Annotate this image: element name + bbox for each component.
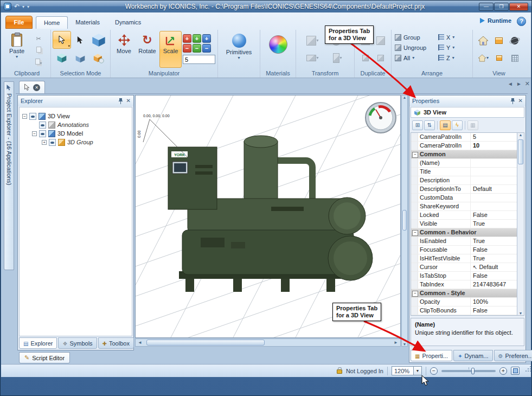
property-value[interactable]: False [471,306,517,315]
z-plus-button[interactable]: + [202,34,211,43]
qat-customize-icon[interactable]: ▾ [27,4,29,9]
property-value[interactable]: 2147483647 [471,280,517,289]
property-row[interactable]: DescriptionInTo Default [411,185,517,194]
property-row[interactable]: Common - Style [411,289,517,298]
document-tab[interactable]: ✕ [19,81,45,93]
select-tool-button[interactable]: ▾ [53,31,71,49]
property-row[interactable]: ClipToBounds False [411,306,517,315]
viewport-3d[interactable]: YORK [135,95,401,338]
property-row[interactable]: Title [411,168,517,176]
property-row[interactable]: CameraPatrolIn 10 [411,142,517,150]
property-row[interactable]: Common - Behavior [411,228,517,237]
move-button[interactable]: Move [113,31,135,68]
align-x-button[interactable]: X▾ [438,32,469,42]
transform-revolve-button[interactable]: ▾ [300,49,325,67]
manipulator-step-input[interactable] [183,55,215,64]
property-value[interactable] [471,194,517,202]
scroll-down-icon[interactable]: ▼ [402,342,407,346]
y-plus-button[interactable]: + [193,34,201,43]
pin-icon[interactable] [510,98,515,104]
property-value[interactable] [471,159,517,167]
property-value[interactable] [471,168,517,176]
z-minus-button[interactable]: − [202,44,211,53]
categorized-button[interactable]: ⊞ [412,120,423,130]
property-grid-scrollbar[interactable]: ▲ ▼ [517,133,524,315]
property-row[interactable]: ShareKeyword [411,202,517,211]
property-row[interactable]: Cursor Default [411,263,517,272]
property-row[interactable]: Visible True [411,220,517,228]
close-document-button[interactable]: ✕ [525,80,530,87]
app-icon[interactable] [4,3,11,10]
tree-item[interactable]: Annotations [20,120,132,129]
x-minus-button[interactable]: − [183,44,191,53]
property-row[interactable]: IsTabStop False [411,272,517,280]
materials-button[interactable] [269,35,287,54]
property-row[interactable]: Focusable False [411,246,517,254]
scroll-right-icon[interactable]: ► [392,340,400,345]
alphabetical-button[interactable]: ⇅ [424,120,435,130]
property-value[interactable]: Default [471,263,517,271]
resize-grip[interactable] [525,371,527,372]
cube-mode-button[interactable] [53,49,71,67]
panels-button[interactable] [491,32,507,49]
property-value[interactable]: Default [471,185,517,193]
array-button[interactable] [358,49,373,67]
grid-toggle-button[interactable] [507,49,523,67]
x-plus-button[interactable]: + [183,34,191,43]
ribbon-tab[interactable]: Home [36,16,68,29]
align-z-button[interactable]: Z▾ [438,53,469,63]
panel-tab[interactable]: Toolbox [98,337,134,349]
property-value[interactable] [471,176,517,184]
property-value[interactable]: False [471,211,517,219]
close-document-icon[interactable]: ✕ [33,84,40,91]
mirror-button[interactable] [373,32,388,49]
tree-item[interactable]: − 3D Model [20,129,132,138]
tree-item[interactable]: − 3D View [20,112,132,120]
script-editor-tab[interactable]: ✎ Script Editor [19,352,70,363]
scroll-tabs-right-icon[interactable]: ► [516,81,522,87]
chevron-down-icon[interactable]: ▼ [413,367,421,375]
maximize-button[interactable]: ❐ [494,3,509,11]
property-row[interactable]: CameraPatrolIn 5 [411,133,517,142]
transform-edit-button[interactable]: ▾ [325,49,350,67]
cube-sphere-mode-button[interactable] [89,49,108,67]
visibility-eye-icon[interactable] [39,122,46,129]
y-minus-button[interactable]: − [193,44,201,53]
pin-icon[interactable] [118,98,123,104]
property-row[interactable]: IsHitTestVisible True [411,254,517,263]
scroll-up-icon[interactable]: ▲ [517,133,524,137]
cut-button[interactable]: ✂ [33,33,44,44]
clone-button[interactable] [373,49,388,67]
zoom-slider[interactable] [441,370,496,372]
visibility-eye-icon[interactable] [39,130,46,137]
help-button[interactable]: ? [517,17,526,26]
property-row[interactable]: IsEnabled True [411,237,517,246]
qat-dropdown-icon[interactable]: ▾ [22,4,24,9]
panel-tab[interactable]: Dynam... [453,350,492,361]
property-row[interactable]: Common [411,150,517,159]
property-row[interactable]: CustomData [411,194,517,202]
group-button[interactable]: Group [395,32,435,42]
panel-tab[interactable]: Symbols [58,337,97,349]
fit-to-window-button[interactable] [511,367,520,375]
property-pages-button[interactable]: ▥ [467,120,478,130]
align-y-button[interactable]: Y▾ [438,42,469,53]
ribbon-tab[interactable]: Dynamics [107,16,149,29]
visibility-eye-icon[interactable] [29,113,36,120]
project-explorer-side-tab[interactable]: Project Explorer - (16 Applications) [4,81,14,270]
panel-tab[interactable]: Explorer [19,337,57,349]
scroll-up-icon[interactable]: ▲ [402,95,407,99]
close-button[interactable]: ✕ [509,3,528,11]
tree-expander-icon[interactable]: − [22,114,27,119]
pointer-tool-button[interactable] [71,31,89,49]
property-value[interactable]: True [471,254,517,263]
layout-button[interactable] [491,49,507,67]
runtime-button[interactable]: Runtime [480,17,511,24]
property-value[interactable]: True [471,237,517,245]
file-tab[interactable]: File [5,16,33,29]
paste-button[interactable]: Paste ▾ [5,31,29,68]
cube-face-mode-button[interactable] [71,49,89,67]
visibility-eye-icon[interactable] [49,139,56,146]
property-row[interactable]: (Name) [411,159,517,168]
zoom-out-button[interactable]: − [430,367,438,375]
